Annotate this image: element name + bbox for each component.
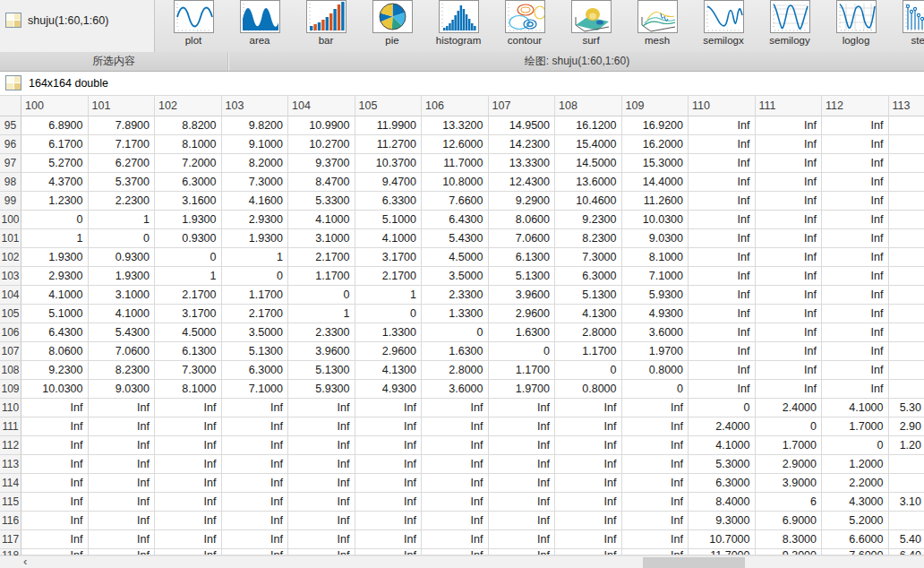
cell[interactable]: 5.1300 [288, 361, 355, 380]
cell[interactable]: 13.6000 [555, 173, 622, 192]
column-header-111[interactable]: 111 [756, 95, 823, 116]
cell[interactable]: 11.7000 [422, 154, 489, 173]
cell[interactable]: 10.8000 [422, 173, 489, 192]
cell[interactable]: Inf [422, 530, 489, 549]
cell[interactable]: 5.4300 [422, 229, 489, 248]
cell[interactable]: 6.2700 [89, 154, 156, 173]
cell[interactable]: Inf [689, 361, 756, 380]
cell[interactable]: 2.1700 [155, 286, 222, 305]
cell[interactable]: 6.3300 [355, 192, 423, 211]
cell[interactable]: Inf [355, 493, 423, 512]
cell[interactable]: 1.1700 [555, 342, 622, 361]
column-header-112[interactable]: 112 [822, 95, 889, 116]
cell[interactable]: 10.3700 [355, 154, 423, 173]
cell[interactable]: 5.3300 [288, 192, 355, 211]
row-header-103[interactable]: 103 [0, 267, 21, 286]
cell[interactable]: 3.1600 [155, 192, 222, 211]
cell[interactable]: Inf [689, 154, 756, 173]
cell[interactable]: Inf [288, 436, 355, 455]
cell[interactable]: Inf [822, 380, 889, 399]
row-header-115[interactable]: 115 [0, 493, 21, 512]
cell[interactable]: Inf [155, 549, 222, 555]
cell[interactable]: Inf [288, 417, 355, 436]
cell[interactable] [889, 173, 924, 192]
cell[interactable]: 8.1000 [155, 135, 222, 154]
cell[interactable]: 0 [89, 229, 156, 248]
row-header-97[interactable]: 97 [0, 154, 21, 173]
cell[interactable] [889, 192, 924, 211]
cell[interactable]: 1.3300 [355, 323, 423, 342]
cell[interactable]: Inf [756, 116, 823, 135]
row-header-112[interactable]: 112 [0, 436, 21, 455]
row-header-96[interactable]: 96 [0, 135, 21, 154]
cell[interactable]: 0 [622, 380, 689, 399]
cell[interactable]: 4.1000 [288, 211, 355, 229]
cell[interactable]: 7.3000 [555, 248, 622, 267]
row-header-101[interactable]: 101 [0, 229, 21, 248]
cell[interactable]: Inf [689, 135, 756, 154]
column-header-100[interactable]: 100 [21, 95, 89, 116]
cell[interactable]: Inf [422, 399, 489, 417]
cell[interactable] [889, 380, 924, 399]
cell[interactable]: 10.9900 [288, 116, 355, 135]
cell[interactable] [889, 286, 924, 305]
cell[interactable]: Inf [288, 512, 355, 530]
cell[interactable]: Inf [355, 455, 423, 474]
cell[interactable]: Inf [489, 493, 556, 512]
variable-tab[interactable]: 164x164 double [5, 75, 108, 90]
cell[interactable]: 16.9200 [622, 116, 689, 135]
cell[interactable]: Inf [155, 417, 222, 436]
cell[interactable]: 5.40 [889, 530, 924, 549]
cell[interactable]: 8.2300 [89, 361, 156, 380]
cell[interactable]: 6.1300 [489, 248, 556, 267]
row-header-110[interactable]: 110 [0, 399, 21, 417]
cell[interactable]: 13.3200 [422, 116, 489, 135]
cell[interactable]: 15.4000 [555, 135, 622, 154]
cell[interactable]: Inf [756, 267, 823, 286]
cell[interactable]: 15.3000 [622, 154, 689, 173]
cell[interactable]: Inf [422, 512, 489, 530]
cell[interactable]: 9.2300 [555, 211, 622, 229]
cell[interactable]: Inf [822, 135, 889, 154]
column-header-110[interactable]: 110 [689, 95, 756, 116]
column-header-103[interactable]: 103 [222, 95, 289, 116]
cell[interactable]: Inf [622, 474, 689, 493]
cell[interactable]: 3.9000 [756, 474, 823, 493]
column-header-109[interactable]: 109 [622, 95, 689, 116]
cell[interactable]: 3.1700 [355, 248, 423, 267]
cell[interactable]: Inf [555, 399, 622, 417]
cell[interactable]: Inf [222, 512, 289, 530]
cell[interactable]: Inf [689, 192, 756, 211]
cell[interactable]: 4.1000 [21, 286, 89, 305]
cell[interactable]: 6.1300 [155, 342, 222, 361]
cell[interactable]: Inf [756, 380, 823, 399]
cell[interactable]: Inf [422, 474, 489, 493]
cell[interactable]: 0 [355, 305, 423, 323]
cell[interactable]: 5.1000 [21, 305, 89, 323]
cell[interactable]: Inf [89, 436, 156, 455]
cell[interactable]: 4.3700 [21, 173, 89, 192]
cell[interactable]: Inf [756, 135, 823, 154]
cell[interactable]: 1.7000 [756, 436, 823, 455]
cell[interactable]: Inf [155, 530, 222, 549]
cell[interactable]: Inf [21, 512, 89, 530]
cell[interactable]: 6 [756, 493, 823, 512]
cell[interactable]: Inf [622, 436, 689, 455]
column-header-108[interactable]: 108 [555, 95, 622, 116]
cell[interactable]: 16.1200 [555, 116, 622, 135]
cell[interactable]: 1.1700 [288, 267, 355, 286]
cell[interactable]: 1.7000 [822, 417, 889, 436]
cell[interactable]: 6.9000 [756, 512, 823, 530]
cell[interactable] [889, 116, 924, 135]
cell[interactable]: 8.2000 [222, 154, 289, 173]
cell[interactable] [889, 211, 924, 229]
gallery-item-semilogy[interactable]: semilogy [757, 0, 823, 47]
cell[interactable] [889, 455, 924, 474]
gallery-item-loglog[interactable]: loglog [823, 0, 889, 47]
cell[interactable]: Inf [288, 399, 355, 417]
row-header-104[interactable]: 104 [0, 286, 21, 305]
cell[interactable]: 1.1700 [489, 361, 556, 380]
cell[interactable]: 3.1700 [155, 305, 222, 323]
cell[interactable]: 4.5000 [155, 323, 222, 342]
cell[interactable]: 12.6000 [422, 135, 489, 154]
